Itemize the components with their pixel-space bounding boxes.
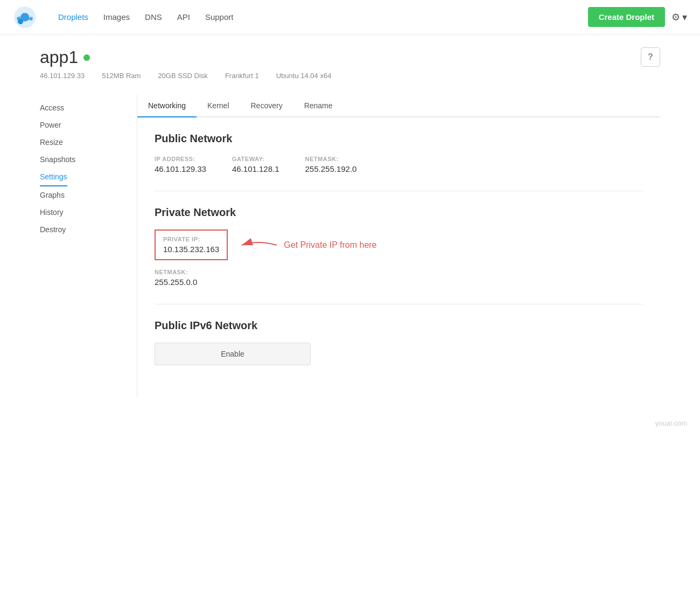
- droplet-disk: 20GB SSD Disk: [158, 72, 207, 80]
- sidebar-item-history[interactable]: History: [40, 204, 137, 221]
- public-network-title: Public Network: [155, 133, 643, 145]
- ipv6-title: Public IPv6 Network: [155, 319, 643, 332]
- main-layout: Access Power Resize Snapshots Settings G…: [40, 95, 660, 398]
- private-netmask-value: 255.255.0.0: [155, 277, 643, 287]
- public-network-fields: IP ADDRESS: 46.101.129.33 GATEWAY: 46.10…: [155, 156, 643, 173]
- droplet-header: app1 ?: [40, 47, 660, 67]
- droplet-os: Ubuntu 14.04 x64: [276, 72, 332, 80]
- content-area: Networking Kernel Recovery Rename Public…: [137, 95, 660, 398]
- divider-1: [155, 191, 643, 191]
- droplet-region: Frankfurt 1: [225, 72, 259, 80]
- header-right: Create Droplet ⚙ ▾: [588, 7, 687, 27]
- logo-icon: [13, 5, 37, 29]
- ip-address-label: IP ADDRESS:: [155, 156, 206, 162]
- ip-address-field: IP ADDRESS: 46.101.129.33: [155, 156, 206, 173]
- sidebar-item-snapshots[interactable]: Snapshots: [40, 151, 137, 168]
- private-ip-label: PRIVATE IP:: [163, 236, 219, 242]
- gateway-label: GATEWAY:: [232, 156, 279, 162]
- annotation-text: Get Private IP from here: [284, 240, 376, 250]
- nav-dns[interactable]: DNS: [145, 12, 162, 22]
- nav-api[interactable]: API: [177, 12, 190, 22]
- main-nav: Droplets Images DNS API Support: [58, 12, 588, 22]
- netmask-value: 255.255.192.0: [305, 164, 357, 173]
- tab-bar: Networking Kernel Recovery Rename: [137, 95, 660, 117]
- public-network-section: Public Network IP ADDRESS: 46.101.129.33…: [155, 133, 643, 173]
- private-ip-field: PRIVATE IP: 10.135.232.163: [163, 236, 219, 254]
- droplet-name: app1: [40, 47, 78, 67]
- enable-ipv6-button[interactable]: Enable: [155, 343, 311, 365]
- header: Droplets Images DNS API Support Create D…: [0, 0, 700, 34]
- private-network-title: Private Network: [155, 206, 643, 219]
- logo: [13, 5, 41, 29]
- private-ip-value: 10.135.232.163: [163, 245, 219, 254]
- netmask-label: NETMASK:: [305, 156, 357, 162]
- nav-support[interactable]: Support: [205, 12, 234, 22]
- create-droplet-button[interactable]: Create Droplet: [588, 7, 665, 27]
- private-ip-box: PRIVATE IP: 10.135.232.163: [155, 229, 228, 260]
- private-netmask-field: NETMASK: 255.255.0.0: [155, 269, 643, 287]
- ip-address-value: 46.101.129.33: [155, 164, 206, 173]
- private-network-section: Private Network PRIVATE IP: 10.135.232.1…: [155, 206, 643, 287]
- private-ip-wrapper: PRIVATE IP: 10.135.232.163: [155, 229, 643, 260]
- sidebar-item-access[interactable]: Access: [40, 99, 137, 116]
- private-netmask-label: NETMASK:: [155, 269, 643, 275]
- settings-gear-button[interactable]: ⚙ ▾: [671, 11, 687, 23]
- help-button[interactable]: ?: [641, 47, 660, 67]
- droplet-ram: 512MB Ram: [102, 72, 141, 80]
- droplet-meta: 46.101.129.33 512MB Ram 20GB SSD Disk Fr…: [40, 72, 660, 80]
- nav-images[interactable]: Images: [103, 12, 130, 22]
- gateway-value: 46.101.128.1: [232, 164, 279, 173]
- chevron-down-icon: ▾: [682, 11, 687, 23]
- sidebar: Access Power Resize Snapshots Settings G…: [40, 95, 137, 398]
- gear-icon: ⚙: [671, 11, 680, 23]
- tab-networking[interactable]: Networking: [137, 95, 197, 117]
- sidebar-item-destroy[interactable]: Destroy: [40, 221, 137, 238]
- tab-kernel[interactable]: Kernel: [197, 95, 240, 117]
- ipv6-section: Public IPv6 Network Enable: [155, 319, 643, 365]
- private-network-fields: PRIVATE IP: 10.135.232.163: [155, 229, 643, 287]
- sidebar-item-resize[interactable]: Resize: [40, 134, 137, 151]
- sidebar-item-power[interactable]: Power: [40, 116, 137, 134]
- tab-content: Public Network IP ADDRESS: 46.101.129.33…: [137, 117, 660, 398]
- sidebar-item-graphs[interactable]: Graphs: [40, 186, 137, 204]
- svg-point-2: [20, 13, 29, 22]
- page-container: app1 ? 46.101.129.33 512MB Ram 20GB SSD …: [27, 34, 673, 411]
- nav-droplets[interactable]: Droplets: [58, 12, 88, 22]
- svg-point-4: [30, 17, 33, 20]
- divider-2: [155, 304, 643, 304]
- droplet-title: app1: [40, 47, 90, 67]
- status-indicator: [83, 54, 90, 61]
- tab-recovery[interactable]: Recovery: [240, 95, 293, 117]
- annotation-wrapper: Get Private IP from here: [236, 237, 376, 253]
- svg-point-3: [17, 17, 20, 20]
- arrow-icon: [236, 237, 279, 253]
- netmask-field: NETMASK: 255.255.192.0: [305, 156, 357, 173]
- sidebar-item-settings[interactable]: Settings: [40, 168, 67, 186]
- watermark: youal.com: [0, 411, 700, 436]
- tab-rename[interactable]: Rename: [293, 95, 344, 117]
- droplet-ip: 46.101.129.33: [40, 72, 85, 80]
- gateway-field: GATEWAY: 46.101.128.1: [232, 156, 279, 173]
